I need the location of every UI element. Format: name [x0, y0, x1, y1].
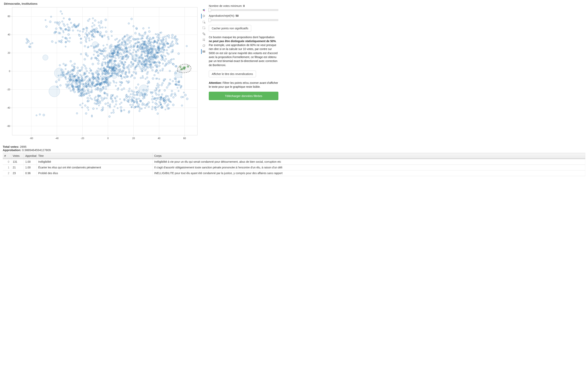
data-point[interactable]	[121, 102, 122, 104]
data-point[interactable]	[106, 65, 108, 67]
data-point[interactable]	[167, 52, 168, 54]
data-point[interactable]	[91, 39, 93, 40]
data-point[interactable]	[83, 28, 84, 30]
data-point[interactable]	[147, 51, 148, 52]
bokeh-logo-icon[interactable]	[201, 8, 206, 13]
data-point[interactable]	[119, 47, 121, 49]
data-point[interactable]	[174, 38, 175, 39]
data-point[interactable]	[164, 36, 166, 38]
data-point[interactable]	[101, 74, 103, 75]
data-point[interactable]	[88, 79, 90, 81]
data-point[interactable]	[97, 88, 99, 89]
data-point[interactable]	[127, 65, 129, 67]
data-point[interactable]	[88, 72, 90, 73]
data-point[interactable]	[158, 105, 160, 107]
data-point[interactable]	[166, 86, 168, 88]
data-point[interactable]	[156, 66, 158, 67]
data-point[interactable]	[111, 46, 113, 47]
data-point[interactable]	[91, 26, 93, 28]
data-point[interactable]	[163, 55, 164, 56]
data-point[interactable]	[168, 84, 169, 86]
data-point[interactable]	[60, 84, 61, 86]
data-point[interactable]	[64, 77, 66, 78]
data-point[interactable]	[58, 32, 60, 34]
data-point[interactable]	[153, 56, 155, 57]
data-point[interactable]	[133, 71, 135, 73]
data-point[interactable]	[130, 66, 132, 68]
data-point[interactable]	[88, 38, 90, 39]
data-point[interactable]	[152, 37, 154, 39]
data-point[interactable]	[79, 70, 81, 72]
data-point[interactable]	[101, 97, 103, 99]
data-point[interactable]	[91, 98, 93, 100]
data-point[interactable]	[121, 56, 124, 58]
data-point[interactable]	[61, 13, 63, 14]
data-point[interactable]	[165, 58, 167, 60]
data-point[interactable]	[118, 75, 119, 77]
data-point[interactable]	[155, 48, 156, 50]
data-point[interactable]	[107, 85, 109, 86]
data-point[interactable]	[109, 75, 110, 77]
data-point[interactable]	[63, 25, 65, 27]
data-point[interactable]	[137, 106, 139, 107]
data-point[interactable]	[119, 65, 121, 67]
data-point[interactable]	[156, 88, 157, 90]
data-point[interactable]	[32, 42, 33, 44]
data-point[interactable]	[65, 41, 66, 43]
data-point[interactable]	[65, 68, 66, 70]
data-point[interactable]	[123, 45, 125, 46]
data-point[interactable]	[105, 62, 106, 64]
data-point[interactable]	[60, 28, 62, 30]
data-point[interactable]	[89, 33, 90, 35]
data-point[interactable]	[147, 48, 148, 50]
data-point[interactable]	[77, 89, 79, 90]
data-point[interactable]	[151, 51, 153, 52]
data-point[interactable]	[93, 77, 94, 79]
data-point[interactable]	[104, 92, 105, 94]
data-point[interactable]	[73, 75, 75, 77]
data-point[interactable]	[45, 19, 46, 21]
data-point[interactable]	[142, 75, 143, 77]
data-point[interactable]	[85, 52, 87, 54]
data-point[interactable]	[96, 79, 97, 81]
data-point[interactable]	[55, 42, 57, 43]
data-point[interactable]	[80, 53, 82, 55]
data-point[interactable]	[170, 61, 172, 63]
data-point[interactable]	[107, 102, 109, 104]
data-point[interactable]	[103, 88, 104, 89]
data-point[interactable]	[168, 37, 170, 38]
data-point[interactable]	[87, 92, 88, 94]
data-point[interactable]	[71, 64, 73, 66]
data-point[interactable]	[68, 78, 69, 79]
data-point[interactable]	[62, 21, 63, 22]
data-point[interactable]	[160, 39, 162, 41]
data-point[interactable]	[115, 64, 117, 66]
data-point[interactable]	[144, 104, 146, 106]
data-point[interactable]	[127, 101, 129, 102]
data-point[interactable]	[152, 102, 153, 103]
data-point[interactable]	[145, 107, 146, 109]
data-point[interactable]	[142, 63, 144, 65]
data-point[interactable]	[164, 89, 166, 91]
data-point[interactable]	[109, 45, 111, 47]
data-point[interactable]	[121, 54, 122, 55]
data-point[interactable]	[160, 104, 161, 105]
data-point[interactable]	[67, 83, 69, 86]
data-point[interactable]	[162, 68, 164, 70]
data-point[interactable]	[91, 30, 93, 32]
data-point[interactable]	[65, 46, 66, 47]
hide-nonsignificant-button[interactable]: Cacher points non significatifs	[209, 25, 251, 32]
data-point[interactable]	[116, 96, 118, 97]
data-point[interactable]	[69, 76, 71, 78]
data-point[interactable]	[158, 52, 160, 54]
data-point[interactable]	[153, 42, 155, 43]
data-point[interactable]	[98, 25, 100, 26]
data-point[interactable]	[103, 59, 104, 60]
data-point[interactable]	[122, 48, 124, 50]
data-point[interactable]	[98, 105, 100, 106]
data-point[interactable]	[57, 23, 58, 24]
data-point[interactable]	[139, 108, 141, 110]
data-point[interactable]	[151, 108, 153, 110]
data-point[interactable]	[84, 58, 86, 60]
data-point[interactable]	[152, 96, 153, 97]
